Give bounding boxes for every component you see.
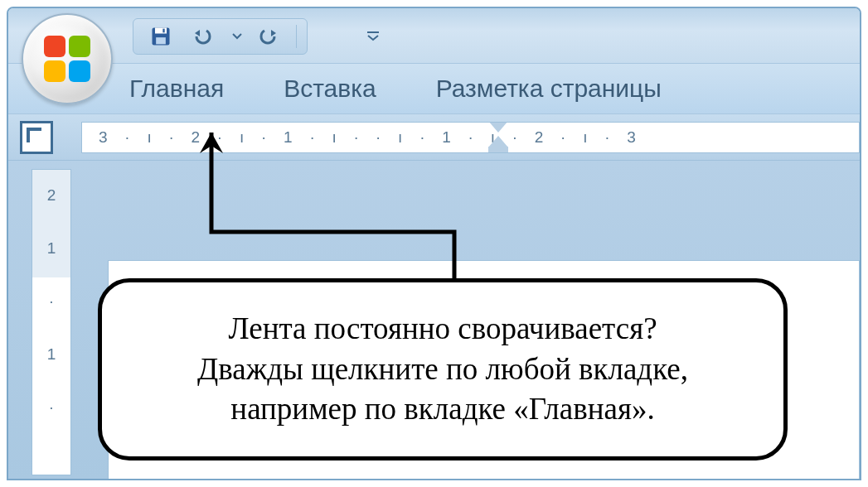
help-callout: Лента постоянно сворачивается? Дважды ще… [98,278,788,460]
tab-insert[interactable]: Вставка [279,71,381,106]
callout-line3: например по вкладке «Главная». [230,389,654,430]
office-logo-icon [44,36,90,82]
undo-dropdown[interactable] [230,22,245,51]
bar-icon [367,31,379,33]
office-button[interactable] [22,13,113,104]
customize-qat-dropdown[interactable] [365,25,381,48]
ribbon-tabs: Главная Вставка Разметка страницы [8,63,860,114]
h-ruler-units: 3 · ı · 2 · ı · 1 · ı · · ı · 1 · ı · 2 … [82,128,643,147]
undo-icon [192,27,216,46]
left-indent-icon [488,147,508,153]
separator [296,25,297,48]
undo-button[interactable] [187,22,221,51]
svg-rect-2 [156,37,166,44]
chevron-down-icon [367,35,379,41]
tab-home[interactable]: Главная [124,71,229,106]
svg-rect-1 [155,28,167,34]
titlebar-strip [8,8,860,63]
tab-page-layout[interactable]: Разметка страницы [431,71,667,106]
v-ruler-unit: · [49,292,53,311]
svg-rect-3 [162,29,164,33]
save-icon [149,25,172,48]
save-button[interactable] [143,22,178,51]
v-ruler-unit: 2 [47,186,56,205]
indent-marker[interactable] [488,122,508,153]
first-line-indent-icon [488,122,508,133]
ruler-row: 3 · ı · 2 · ı · 1 · ı · · ı · 1 · ı · 2 … [8,114,860,161]
v-ruler-unit: 1 [47,239,56,258]
v-ruler-unit: · [49,398,53,417]
chevron-down-icon [232,33,242,40]
tab-alignment-button[interactable] [20,121,53,154]
callout-line1: Лента постоянно сворачивается? [228,309,657,350]
v-ruler-unit: 1 [47,345,56,364]
redo-button[interactable] [253,22,288,51]
vertical-ruler[interactable]: 2 1 · 1 · [32,169,71,475]
redo-icon [258,27,283,46]
horizontal-ruler[interactable]: 3 · ı · 2 · ı · 1 · ı · · ı · 1 · ı · 2 … [81,122,860,153]
quick-access-toolbar [133,18,308,55]
hanging-indent-icon [488,136,508,147]
callout-line2: Дважды щелкните по любой вкладке, [197,350,688,390]
